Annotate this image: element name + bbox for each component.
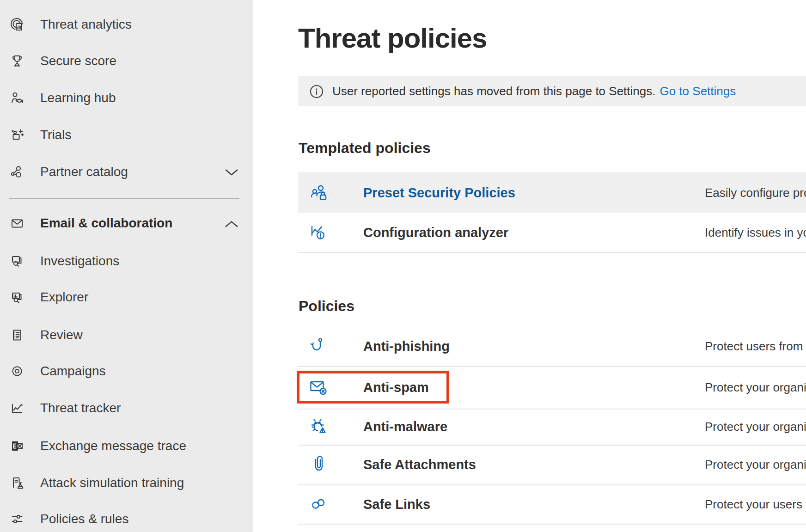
banner-text: User reported settings has moved from th…	[332, 84, 655, 98]
banner-message: User reported settings has moved from th…	[332, 76, 736, 106]
section-header-templated-policies: Templated policies	[299, 140, 431, 156]
row-description: Identify issues in you	[705, 225, 806, 239]
sidebar-divider	[9, 198, 239, 199]
sidebar-item-review[interactable]: Review	[0, 324, 253, 346]
section-header-policies: Policies	[299, 298, 354, 314]
sidebar-item-partner-catalog[interactable]: Partner catalog	[0, 161, 253, 183]
learning-hub-icon	[9, 90, 25, 106]
configuration-analyzer-icon	[309, 222, 329, 243]
row-label-preset-security-policies[interactable]: Preset Security Policies	[363, 185, 515, 200]
preset-security-policies-icon	[309, 183, 329, 203]
sidebar-item-exchange-message-trace[interactable]: Exchange message trace	[0, 435, 253, 457]
sidebar-item-investigations[interactable]: Investigations	[0, 250, 253, 272]
sidebar-item-label: Threat tracker	[40, 397, 121, 419]
go-to-settings-link[interactable]: Go to Settings	[659, 84, 736, 98]
row-label-safe-links[interactable]: Safe Links	[363, 496, 430, 512]
row-description: Easily configure prot	[705, 185, 806, 200]
row-description: Protect users from p	[705, 339, 806, 353]
main-content: Threat policies User reported settings h…	[253, 0, 806, 532]
sidebar-item-label: Review	[40, 324, 83, 346]
chevron-up-icon[interactable]	[225, 220, 238, 228]
row-anti-phishing[interactable]: Anti-phishing Protect users from p	[298, 326, 806, 367]
review-icon	[9, 327, 25, 343]
sidebar-item-label: Learning hub	[40, 87, 116, 109]
sidebar-item-label: Explorer	[40, 286, 88, 308]
attack-simulation-icon	[9, 475, 25, 491]
row-anti-spam[interactable]: Anti-spam Protect your organiz	[298, 366, 806, 410]
page-title: Threat policies	[298, 23, 487, 54]
investigations-icon	[9, 253, 25, 269]
anti-spam-icon	[309, 377, 329, 397]
sidebar-section-label: Email & collaboration	[40, 212, 172, 234]
row-safe-attachments[interactable]: Safe Attachments Protect your organiz	[298, 445, 806, 485]
row-label-anti-phishing[interactable]: Anti-phishing	[363, 338, 450, 354]
row-anti-malware[interactable]: Anti-malware Protect your organiz	[298, 409, 806, 446]
row-description: Protect your organiz	[705, 458, 806, 472]
sidebar-section-email-collaboration[interactable]: Email & collaboration	[0, 212, 253, 234]
sidebar-item-label: Threat analytics	[40, 13, 132, 36]
partner-catalog-icon	[9, 164, 25, 180]
email-icon	[9, 215, 25, 231]
sidebar-item-label: Secure score	[40, 50, 116, 72]
sidebar-item-threat-analytics[interactable]: Threat analytics	[0, 13, 253, 36]
safe-links-icon	[309, 494, 329, 514]
secure-score-icon	[9, 53, 25, 69]
trials-icon	[9, 127, 25, 143]
threat-tracker-icon	[9, 400, 25, 416]
row-description: Protect your organiz	[705, 380, 806, 395]
info-icon	[310, 85, 324, 98]
anti-phishing-icon	[309, 336, 329, 356]
sidebar-item-trials[interactable]: Trials	[0, 124, 253, 146]
explorer-icon	[9, 289, 25, 305]
sidebar-item-attack-simulation-training[interactable]: Attack simulation training	[0, 472, 253, 494]
row-safe-links[interactable]: Safe Links Protect your users fr	[298, 484, 806, 525]
sidebar-item-threat-tracker[interactable]: Threat tracker	[0, 397, 253, 419]
sidebar-item-label: Partner catalog	[40, 161, 128, 183]
row-configuration-analyzer[interactable]: Configuration analyzer Identify issues i…	[298, 213, 806, 253]
chevron-down-icon[interactable]	[225, 168, 238, 177]
sidebar: Threat analytics Secure score Learning h…	[0, 0, 253, 532]
anti-malware-icon	[309, 416, 329, 437]
threat-analytics-icon	[9, 17, 25, 32]
exchange-icon	[9, 438, 25, 454]
sidebar-item-learning-hub[interactable]: Learning hub	[0, 87, 253, 109]
safe-attachments-icon	[309, 454, 329, 475]
row-label-anti-spam[interactable]: Anti-spam	[363, 380, 429, 395]
row-preset-security-policies[interactable]: Preset Security Policies Easily configur…	[298, 172, 806, 213]
sidebar-item-label: Policies & rules	[40, 508, 128, 530]
row-description: Protect your organiz	[705, 420, 806, 434]
row-label-anti-malware[interactable]: Anti-malware	[363, 419, 447, 434]
row-label-configuration-analyzer[interactable]: Configuration analyzer	[363, 225, 508, 240]
sidebar-item-policies-rules[interactable]: Policies & rules	[0, 508, 253, 530]
sidebar-item-label: Investigations	[40, 250, 119, 272]
sidebar-item-secure-score[interactable]: Secure score	[0, 50, 253, 72]
sidebar-item-label: Campaigns	[40, 360, 106, 382]
sidebar-item-label: Trials	[40, 124, 71, 146]
sidebar-item-label: Exchange message trace	[40, 435, 186, 457]
policies-rules-icon	[9, 511, 25, 527]
campaigns-icon	[9, 363, 25, 379]
row-description: Protect your users fr	[705, 497, 806, 511]
sidebar-item-explorer[interactable]: Explorer	[0, 286, 253, 308]
sidebar-item-campaigns[interactable]: Campaigns	[0, 360, 253, 382]
sidebar-item-label: Attack simulation training	[40, 472, 184, 494]
info-banner: User reported settings has moved from th…	[298, 76, 806, 106]
row-label-safe-attachments[interactable]: Safe Attachments	[363, 457, 476, 472]
